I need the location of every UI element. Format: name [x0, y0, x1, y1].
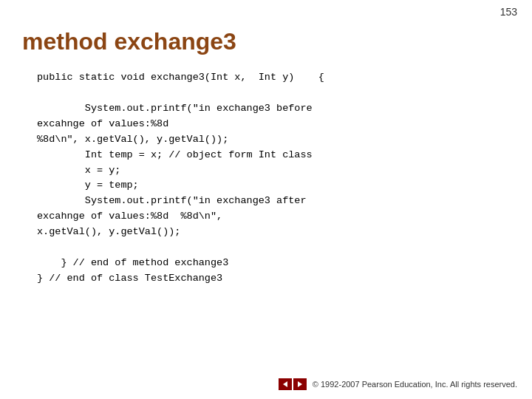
prev-button[interactable] [279, 378, 292, 390]
svg-marker-1 [298, 381, 302, 387]
code-line-10: excahnge of values:%8d %8d\n", [37, 211, 222, 222]
copyright-text: © 1992-2007 Pearson Education, Inc. All … [313, 380, 517, 389]
next-icon [296, 381, 304, 388]
code-line-7: x = y; [37, 165, 120, 176]
svg-marker-0 [283, 381, 287, 387]
code-line-3: System.out.printf("in exchange3 before [37, 103, 313, 114]
slide-number: 153 [500, 6, 517, 18]
prev-icon [282, 381, 289, 388]
code-line-8: y = temp; [37, 180, 139, 191]
code-line-1: public static void exchange3(Int x, Int … [37, 72, 324, 83]
slide-title: method exchange3 [22, 28, 510, 55]
code-line-6: Int temp = x; // object form Int class [37, 149, 313, 160]
code-line-4: excahnge of values:%8d [37, 118, 168, 129]
code-block: public static void exchange3(Int x, Int … [37, 70, 510, 287]
code-line-13: } // end of method exchange3 [37, 257, 228, 268]
code-line-9: System.out.printf("in exchange3 after [37, 195, 307, 206]
code-line-5: %8d\n", x.getVal(), y.getVal()); [37, 134, 228, 145]
code-line-11: x.getVal(), y.getVal()); [37, 226, 180, 237]
footer: © 1992-2007 Pearson Education, Inc. All … [279, 378, 517, 390]
next-button[interactable] [293, 378, 307, 390]
code-line-14: } // end of class TestExchange3 [37, 273, 222, 284]
nav-buttons[interactable] [279, 378, 307, 390]
slide-container: 153 method exchange3 public static void … [0, 0, 532, 399]
